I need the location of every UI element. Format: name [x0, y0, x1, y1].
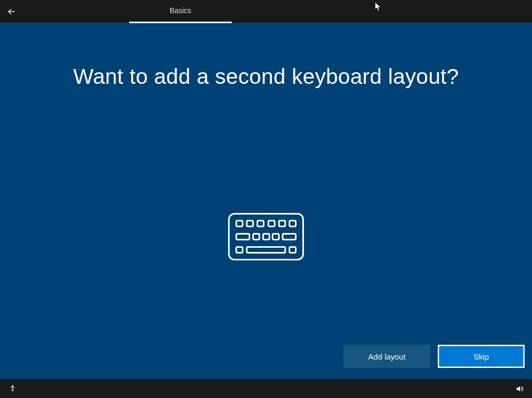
main-content: Want to add a second keyboard layout? Ad… — [0, 23, 532, 379]
add-layout-button[interactable]: Add layout — [343, 345, 430, 368]
tab-basics[interactable]: Basics — [129, 0, 232, 23]
page-title: Want to add a second keyboard layout? — [0, 64, 532, 89]
svg-point-0 — [12, 385, 14, 387]
volume-button[interactable] — [514, 383, 525, 394]
keyboard-illustration — [228, 213, 304, 260]
skip-button[interactable]: Skip — [438, 345, 525, 368]
accessibility-button[interactable] — [7, 383, 18, 394]
accessibility-icon — [8, 384, 17, 393]
keyboard-icon — [228, 213, 304, 260]
tab-label: Basics — [170, 6, 191, 15]
volume-icon — [515, 384, 524, 393]
arrow-left-icon — [6, 6, 17, 17]
back-button[interactable] — [0, 0, 23, 23]
action-buttons: Add layout Skip — [343, 345, 525, 368]
bottom-bar — [0, 379, 532, 398]
title-bar: Basics — [0, 0, 532, 23]
